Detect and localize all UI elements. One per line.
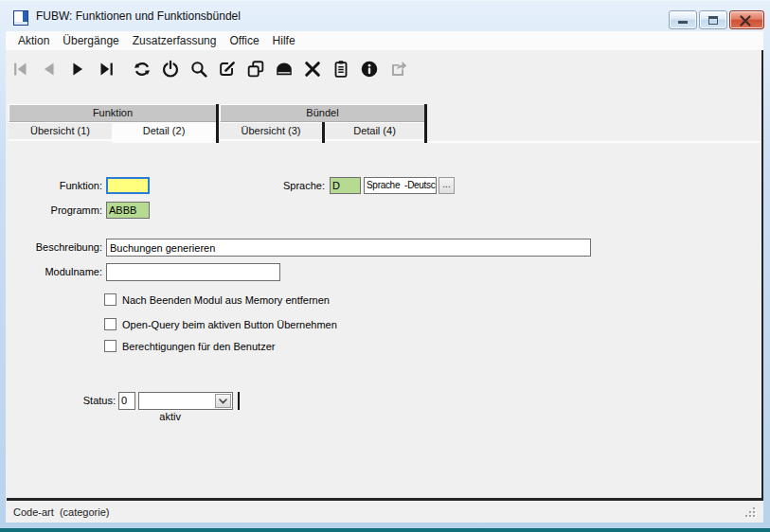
programm-label: Programm: — [6, 202, 102, 219]
main-panel: Funktion Bündel Übersicht (1) Detail (2)… — [6, 50, 763, 501]
refresh-icon[interactable] — [131, 58, 153, 80]
checkbox-openquery[interactable] — [104, 318, 116, 330]
next-record-icon[interactable] — [66, 58, 89, 80]
menu-bar: Aktion Übergänge Zusatzerfassung Office … — [6, 31, 763, 50]
title-bar[interactable]: FUBW: Funktionen und Funktionsbündel — [6, 6, 763, 31]
panel-right-edge — [761, 50, 763, 501]
status-combobox[interactable]: aktiv — [138, 392, 233, 410]
status-label: Status: — [6, 392, 116, 410]
window-bottom-strip — [0, 528, 770, 532]
copy-icon[interactable] — [244, 58, 267, 80]
status-combobox-value: aktiv — [159, 411, 181, 422]
toolbar — [6, 58, 409, 80]
beschreibung-label: Beschreibung: — [6, 239, 102, 257]
tab-separator — [424, 104, 427, 143]
checkbox-openquery-label: Open-Query beim aktiven Button Übernehme… — [122, 319, 337, 331]
last-record-icon[interactable] — [95, 58, 117, 80]
checkbox-memory-label: Nach Beenden Modul aus Memory entfernen — [122, 294, 330, 307]
menu-hilfe[interactable]: Hilfe — [266, 33, 302, 48]
text-cursor — [238, 392, 240, 410]
save-drive-icon[interactable] — [273, 58, 295, 80]
modulname-input[interactable] — [106, 263, 280, 281]
checkbox-berechtigungen[interactable] — [104, 340, 116, 352]
previous-record-icon[interactable] — [38, 58, 61, 80]
modulname-label: Modulname: — [6, 263, 102, 281]
resize-grip[interactable] — [745, 507, 755, 517]
status-bar: Code-art (categorie) — [6, 501, 763, 523]
status-bar-text: Code-art (categorie) — [13, 506, 110, 518]
power-icon[interactable] — [159, 58, 182, 80]
minimize-icon — [678, 21, 688, 24]
edit-icon[interactable] — [216, 58, 239, 80]
tab-group-funktion[interactable]: Funktion — [9, 104, 216, 122]
minimize-button[interactable] — [669, 10, 697, 29]
checkbox-memory[interactable] — [104, 293, 116, 306]
clipboard-icon[interactable] — [330, 58, 352, 80]
sprache-label: Sprache: — [233, 177, 325, 194]
tab-uebersicht-1[interactable]: Übersicht (1) — [9, 122, 112, 141]
tab-separator — [216, 104, 219, 143]
programm-input[interactable]: ABBB — [106, 202, 150, 219]
beschreibung-input[interactable] — [106, 239, 591, 257]
window-title: FUBW: Funktionen und Funktionsbündel — [36, 9, 241, 23]
tab-detail-2[interactable]: Detail (2) — [112, 122, 216, 143]
close-icon — [740, 15, 751, 27]
funktion-selected-text: ABBB — [125, 193, 150, 194]
info-icon[interactable] — [358, 58, 381, 80]
search-icon[interactable] — [188, 58, 210, 80]
chevron-down-icon — [219, 399, 227, 404]
app-icon — [13, 10, 28, 26]
tab-group-buendel[interactable]: Bündel — [220, 104, 424, 122]
funktion-input[interactable]: ABBB — [106, 177, 150, 194]
sprache-name-display: Sprache -Deutsch- — [364, 177, 437, 194]
sprache-code-input[interactable]: D — [330, 177, 361, 194]
application-window: FUBW: Funktionen und Funktionsbündel Akt… — [0, 0, 770, 532]
menu-aktion[interactable]: Aktion — [11, 33, 56, 48]
tab-baseline — [427, 141, 761, 143]
tab-uebersicht-3[interactable]: Übersicht (3) — [220, 122, 322, 141]
close-button[interactable] — [729, 10, 764, 29]
checkbox-berechtigungen-label: Berechtigungen für den Benutzer — [122, 341, 275, 353]
delete-icon[interactable] — [301, 58, 324, 80]
maximize-icon — [708, 16, 718, 25]
maximize-button[interactable] — [699, 10, 727, 29]
menu-uebergaenge[interactable]: Übergänge — [56, 33, 125, 48]
tab-detail-4[interactable]: Detail (4) — [325, 122, 424, 141]
export-icon[interactable] — [386, 58, 409, 80]
status-code-input[interactable]: 0 — [118, 392, 135, 410]
menu-office[interactable]: Office — [223, 33, 265, 48]
first-record-icon[interactable] — [9, 58, 32, 80]
sprache-browse-button[interactable]: ... — [439, 177, 455, 194]
menu-zusatzerfassung[interactable]: Zusatzerfassung — [126, 33, 224, 48]
combo-dropdown-button[interactable] — [215, 394, 231, 408]
funktion-label: Funktion: — [6, 177, 102, 194]
